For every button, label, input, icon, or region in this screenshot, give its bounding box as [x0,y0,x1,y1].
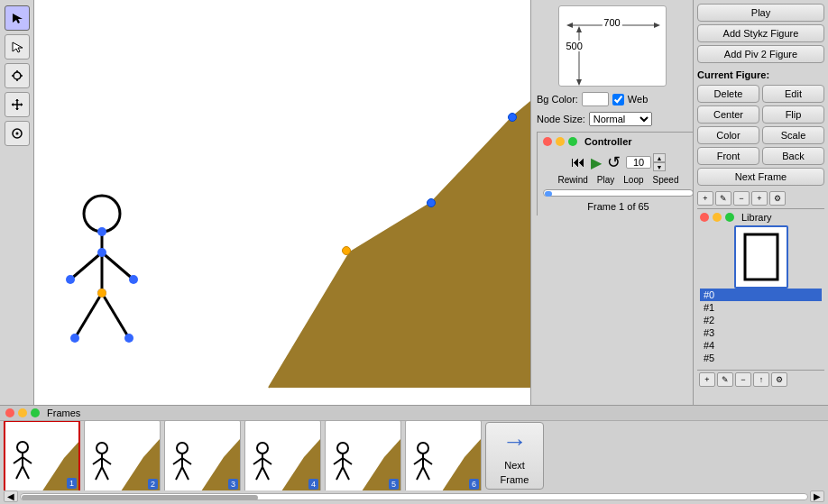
svg-line-42 [16,466,23,479]
tool-select[interactable] [5,5,30,31]
next-frame-btn[interactable]: → Next Frame [485,422,544,490]
delete-button[interactable]: Delete [697,85,759,103]
tool-direct-select[interactable] [5,34,30,60]
frames-list: 1 2 [0,421,828,490]
scroll-right[interactable]: ▶ [810,490,824,502]
scroll-track[interactable] [20,493,808,500]
speed-down[interactable]: ▼ [653,162,666,171]
frame-2[interactable]: 2 [84,421,161,490]
add-piv2-button[interactable]: Add Piv 2 Figure [697,45,824,63]
lib-import-btn[interactable]: ↑ [753,372,769,387]
frame-6[interactable]: 6 [405,421,482,490]
next-frame-label2: Frame [501,474,529,485]
main-canvas[interactable] [34,0,530,405]
gear-icon-btn[interactable]: ⚙ [769,191,786,206]
svg-line-61 [253,458,262,464]
svg-line-63 [256,467,262,480]
library-item-4[interactable]: #4 [700,339,822,352]
svg-line-76 [423,458,432,464]
svg-line-50 [102,467,108,480]
center-button[interactable]: Center [697,105,759,124]
svg-line-78 [423,467,429,480]
loop-button[interactable]: ↺ [607,152,621,172]
scroll-thumb [22,495,258,500]
svg-line-62 [262,458,271,464]
library-item-0[interactable]: #0 [700,289,822,301]
frames-scroll: ◀ ▶ [0,490,828,504]
node-size-select[interactable]: Small Normal Large [589,112,652,126]
svg-line-40 [14,457,23,463]
library-item-5[interactable]: #5 [700,352,822,364]
library-toolbar: + ✎ − ↑ ⚙ [697,370,824,389]
bg-color-swatch[interactable] [582,92,609,106]
lib-edit-btn[interactable]: ✎ [717,372,733,387]
color-button[interactable]: Color [697,126,759,144]
svg-marker-10 [15,108,19,110]
tl-yellow[interactable] [556,137,565,146]
library-preview [734,225,788,289]
library-title-bar: Library [700,212,822,223]
frame-1[interactable]: 1 [4,421,80,490]
frame-2-badge: 2 [148,479,158,490]
progress-bar[interactable] [543,189,694,197]
svg-point-29 [97,289,106,298]
lib-gear-btn[interactable]: ⚙ [771,372,787,387]
speed-input[interactable] [626,156,651,169]
edit-button[interactable]: Edit [762,85,824,103]
speed-up[interactable]: ▲ [653,153,666,162]
stick-figure[interactable] [57,194,147,383]
icon-toolbar: + ✎ − + ⚙ [697,191,824,206]
rewind-label: Rewind [558,175,588,185]
flip-button[interactable]: Flip [762,105,824,124]
library-item-1[interactable]: #1 [700,301,822,314]
node-2[interactable] [427,198,436,207]
scroll-left[interactable]: ◀ [4,490,18,502]
tl-green[interactable] [568,137,577,146]
frames-tl-green[interactable] [31,408,40,417]
frames-tl-yellow[interactable] [18,408,27,417]
minus-icon-btn[interactable]: − [733,191,750,206]
lib-delete-btn[interactable]: − [735,372,751,387]
node-orange[interactable] [342,246,351,255]
svg-point-14 [15,133,18,135]
dimension-box: 700 500 [558,5,667,87]
play-button[interactable]: ▶ [591,154,602,171]
play-button-right[interactable]: Play [697,4,824,22]
back-button[interactable]: Back [762,147,824,165]
library-item-3[interactable]: #3 [700,326,822,339]
rewind-button[interactable]: ⏮ [571,154,585,170]
svg-marker-11 [12,103,14,106]
speed-stepper: ▲ ▼ [653,153,666,171]
lib-tl-yellow[interactable] [713,213,722,222]
svg-point-59 [257,443,268,454]
frame-5[interactable]: 5 [325,421,401,490]
web-checkbox[interactable] [612,94,624,105]
svg-line-71 [343,467,349,480]
tool-rotate[interactable] [5,121,30,146]
lib-add-btn[interactable]: + [699,372,715,387]
add-stykz-button[interactable]: Add Stykz Figure [697,24,824,42]
svg-marker-1 [13,42,23,52]
next-frame-button[interactable]: Next Frame [697,168,824,186]
frame-4[interactable]: 4 [244,421,321,490]
frames-tl-red[interactable] [5,408,14,417]
frame-3[interactable]: 3 [164,421,241,490]
front-button[interactable]: Front [697,147,759,165]
scale-button[interactable]: Scale [762,126,824,144]
tl-red[interactable] [543,137,552,146]
svg-point-24 [66,275,75,284]
library-item-2[interactable]: #2 [700,314,822,326]
tool-move[interactable] [5,92,30,117]
svg-marker-0 [13,14,23,23]
loop-label: Loop [623,175,643,185]
node-1[interactable] [508,113,517,122]
svg-point-23 [97,248,106,257]
edit-icon-btn[interactable]: ✎ [715,191,731,206]
lib-tl-green[interactable] [725,213,734,222]
svg-line-70 [336,467,343,480]
frame-6-badge: 6 [469,479,479,490]
lib-tl-red[interactable] [700,213,709,222]
add2-icon-btn[interactable]: + [751,191,768,206]
tool-transform[interactable] [5,63,30,88]
add-icon-btn[interactable]: + [697,191,713,206]
